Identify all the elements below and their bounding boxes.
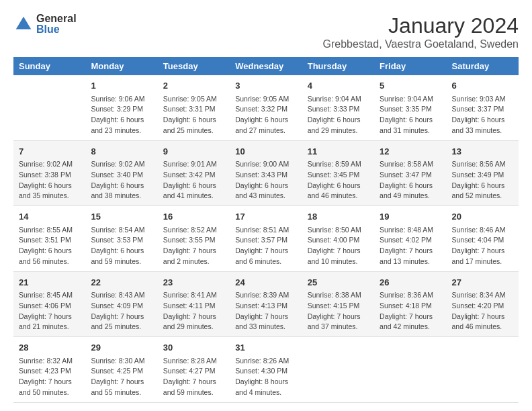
day-info: Sunrise: 8:34 AM Sunset: 4:20 PM Dayligh…: [452, 290, 513, 332]
day-info: Sunrise: 8:45 AM Sunset: 4:06 PM Dayligh…: [19, 290, 80, 332]
day-info: Sunrise: 8:38 AM Sunset: 4:15 PM Dayligh…: [308, 290, 369, 332]
day-info: Sunrise: 8:59 AM Sunset: 3:45 PM Dayligh…: [308, 159, 369, 201]
calendar-cell: 9Sunrise: 9:01 AM Sunset: 3:42 PM Daylig…: [158, 140, 230, 206]
title-block: January 2024 Grebbestad, Vaestra Goetala…: [323, 13, 519, 50]
calendar-cell: 12Sunrise: 8:58 AM Sunset: 3:47 PM Dayli…: [374, 140, 446, 206]
day-number: 30: [163, 341, 224, 355]
day-number: 3: [235, 79, 296, 93]
calendar-cell: 22Sunrise: 8:43 AM Sunset: 4:09 PM Dayli…: [85, 271, 157, 337]
calendar-cell: [13, 75, 85, 140]
day-info: Sunrise: 8:46 AM Sunset: 4:04 PM Dayligh…: [452, 225, 513, 267]
day-number: 4: [308, 79, 369, 93]
week-row-1: 7Sunrise: 9:02 AM Sunset: 3:38 PM Daylig…: [13, 140, 519, 206]
day-number: 26: [380, 276, 441, 289]
header-day-thursday: Thursday: [302, 57, 374, 75]
calendar-cell: 26Sunrise: 8:36 AM Sunset: 4:18 PM Dayli…: [374, 271, 446, 337]
day-number: 27: [452, 276, 513, 289]
header-day-sunday: Sunday: [13, 57, 85, 75]
header-day-tuesday: Tuesday: [158, 57, 230, 75]
calendar-cell: 16Sunrise: 8:52 AM Sunset: 3:55 PM Dayli…: [158, 206, 230, 272]
day-info: Sunrise: 9:06 AM Sunset: 3:29 PM Dayligh…: [91, 94, 152, 136]
day-number: 2: [163, 79, 224, 93]
week-row-3: 21Sunrise: 8:45 AM Sunset: 4:06 PM Dayli…: [13, 271, 519, 337]
day-number: 28: [19, 341, 80, 355]
calendar-cell: 29Sunrise: 8:30 AM Sunset: 4:25 PM Dayli…: [85, 337, 157, 403]
day-info: Sunrise: 9:02 AM Sunset: 3:40 PM Dayligh…: [91, 159, 152, 201]
day-info: Sunrise: 8:32 AM Sunset: 4:23 PM Dayligh…: [19, 356, 80, 398]
day-number: 18: [308, 210, 369, 224]
day-number: 5: [380, 79, 441, 93]
main-title: January 2024: [323, 13, 519, 38]
week-row-0: 1Sunrise: 9:06 AM Sunset: 3:29 PM Daylig…: [13, 75, 519, 140]
day-number: 6: [452, 79, 513, 93]
day-info: Sunrise: 8:54 AM Sunset: 3:53 PM Dayligh…: [91, 225, 152, 267]
day-number: 20: [452, 210, 513, 224]
logo-general: General: [36, 13, 77, 24]
logo: General Blue: [13, 13, 77, 35]
calendar-cell: 6Sunrise: 9:03 AM Sunset: 3:37 PM Daylig…: [447, 75, 519, 140]
calendar-cell: 30Sunrise: 8:28 AM Sunset: 4:27 PM Dayli…: [158, 337, 230, 403]
day-info: Sunrise: 8:26 AM Sunset: 4:30 PM Dayligh…: [235, 356, 296, 398]
day-number: 1: [91, 79, 152, 93]
calendar-cell: 28Sunrise: 8:32 AM Sunset: 4:23 PM Dayli…: [13, 337, 85, 403]
calendar-cell: 24Sunrise: 8:39 AM Sunset: 4:13 PM Dayli…: [230, 271, 302, 337]
header-day-monday: Monday: [85, 57, 157, 75]
day-number: 14: [19, 210, 80, 224]
day-info: Sunrise: 9:02 AM Sunset: 3:38 PM Dayligh…: [19, 159, 80, 201]
svg-marker-0: [16, 17, 32, 30]
day-info: Sunrise: 8:58 AM Sunset: 3:47 PM Dayligh…: [380, 159, 441, 201]
calendar-cell: 8Sunrise: 9:02 AM Sunset: 3:40 PM Daylig…: [85, 140, 157, 206]
calendar-cell: 10Sunrise: 9:00 AM Sunset: 3:43 PM Dayli…: [230, 140, 302, 206]
day-number: 12: [380, 145, 441, 158]
day-number: 11: [308, 145, 369, 158]
calendar-cell: 25Sunrise: 8:38 AM Sunset: 4:15 PM Dayli…: [302, 271, 374, 337]
week-row-4: 28Sunrise: 8:32 AM Sunset: 4:23 PM Dayli…: [13, 337, 519, 403]
calendar-cell: 17Sunrise: 8:51 AM Sunset: 3:57 PM Dayli…: [230, 206, 302, 272]
day-number: 21: [19, 276, 80, 289]
day-number: 8: [91, 145, 152, 158]
day-info: Sunrise: 8:50 AM Sunset: 4:00 PM Dayligh…: [308, 225, 369, 267]
day-number: 9: [163, 145, 224, 158]
day-info: Sunrise: 8:36 AM Sunset: 4:18 PM Dayligh…: [380, 290, 441, 332]
day-number: 13: [452, 145, 513, 158]
calendar-cell: [302, 337, 374, 403]
header-day-wednesday: Wednesday: [230, 57, 302, 75]
calendar-cell: [447, 337, 519, 403]
calendar-cell: 3Sunrise: 9:05 AM Sunset: 3:32 PM Daylig…: [230, 75, 302, 140]
day-info: Sunrise: 9:04 AM Sunset: 3:35 PM Dayligh…: [380, 94, 441, 136]
calendar-cell: 19Sunrise: 8:48 AM Sunset: 4:02 PM Dayli…: [374, 206, 446, 272]
day-number: 17: [235, 210, 296, 224]
calendar-cell: 5Sunrise: 9:04 AM Sunset: 3:35 PM Daylig…: [374, 75, 446, 140]
logo-icon: [13, 14, 34, 34]
day-number: 7: [19, 145, 80, 158]
calendar-body: 1Sunrise: 9:06 AM Sunset: 3:29 PM Daylig…: [13, 75, 519, 402]
day-info: Sunrise: 8:41 AM Sunset: 4:11 PM Dayligh…: [163, 290, 224, 332]
day-info: Sunrise: 8:55 AM Sunset: 3:51 PM Dayligh…: [19, 225, 80, 267]
calendar-cell: 23Sunrise: 8:41 AM Sunset: 4:11 PM Dayli…: [158, 271, 230, 337]
day-number: 23: [163, 276, 224, 289]
day-number: 10: [235, 145, 296, 158]
day-info: Sunrise: 8:56 AM Sunset: 3:49 PM Dayligh…: [452, 159, 513, 201]
day-info: Sunrise: 8:48 AM Sunset: 4:02 PM Dayligh…: [380, 225, 441, 267]
day-number: 19: [380, 210, 441, 224]
calendar-table: SundayMondayTuesdayWednesdayThursdayFrid…: [13, 57, 519, 403]
calendar-cell: 1Sunrise: 9:06 AM Sunset: 3:29 PM Daylig…: [85, 75, 157, 140]
day-info: Sunrise: 8:52 AM Sunset: 3:55 PM Dayligh…: [163, 225, 224, 267]
week-row-2: 14Sunrise: 8:55 AM Sunset: 3:51 PM Dayli…: [13, 206, 519, 272]
day-number: 29: [91, 341, 152, 355]
header-row: SundayMondayTuesdayWednesdayThursdayFrid…: [13, 57, 519, 75]
day-info: Sunrise: 9:00 AM Sunset: 3:43 PM Dayligh…: [235, 159, 296, 201]
day-number: 16: [163, 210, 224, 224]
calendar-cell: 2Sunrise: 9:05 AM Sunset: 3:31 PM Daylig…: [158, 75, 230, 140]
calendar-cell: 18Sunrise: 8:50 AM Sunset: 4:00 PM Dayli…: [302, 206, 374, 272]
header-day-friday: Friday: [374, 57, 446, 75]
subtitle: Grebbestad, Vaestra Goetaland, Sweden: [323, 38, 519, 50]
calendar-cell: 14Sunrise: 8:55 AM Sunset: 3:51 PM Dayli…: [13, 206, 85, 272]
day-info: Sunrise: 9:04 AM Sunset: 3:33 PM Dayligh…: [308, 94, 369, 136]
day-info: Sunrise: 8:28 AM Sunset: 4:27 PM Dayligh…: [163, 356, 224, 398]
day-info: Sunrise: 9:01 AM Sunset: 3:42 PM Dayligh…: [163, 159, 224, 201]
logo-text: General Blue: [36, 13, 77, 35]
day-number: 24: [235, 276, 296, 289]
page-header: General Blue January 2024 Grebbestad, Va…: [13, 13, 519, 50]
calendar-cell: 11Sunrise: 8:59 AM Sunset: 3:45 PM Dayli…: [302, 140, 374, 206]
